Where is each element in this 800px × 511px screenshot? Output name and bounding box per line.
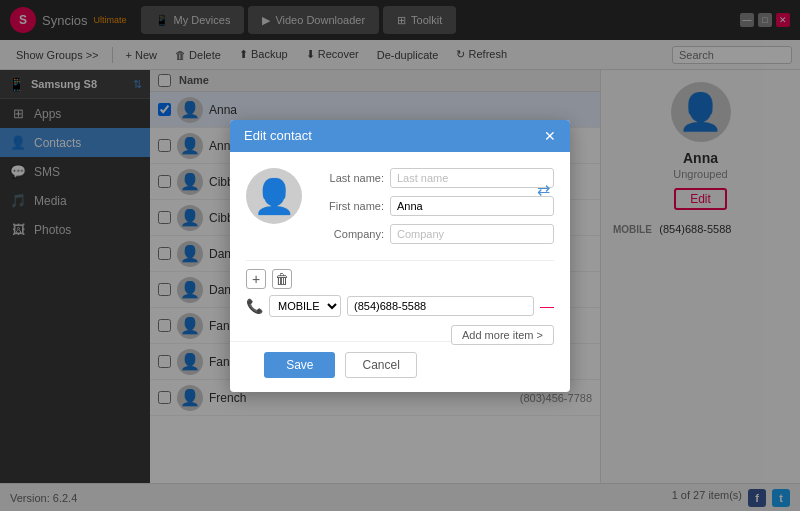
phone-number-input[interactable] <box>347 296 534 316</box>
company-label: Company: <box>314 228 384 240</box>
first-name-label: First name: <box>314 200 384 212</box>
edit-contact-modal: Edit contact ✕ 👤 ⇄ Last name: First name… <box>230 120 570 392</box>
last-name-input[interactable] <box>390 168 554 188</box>
add-field-button[interactable]: + <box>246 269 266 289</box>
modal-header: Edit contact ✕ <box>230 120 570 152</box>
modal-avatar-row: 👤 ⇄ Last name: First name: Company: <box>246 168 554 252</box>
modal-overlay: Edit contact ✕ 👤 ⇄ Last name: First name… <box>0 0 800 511</box>
cancel-button[interactable]: Cancel <box>345 352 416 378</box>
modal-title: Edit contact <box>244 128 312 143</box>
modal-body: 👤 ⇄ Last name: First name: Company: <box>230 152 570 341</box>
phone-icon: 📞 <box>246 298 263 314</box>
add-more-button[interactable]: Add more item > <box>451 325 554 345</box>
modal-divider <box>246 260 554 261</box>
phone-controls: + 🗑 <box>246 269 554 289</box>
phone-row: 📞 MOBILE HOME WORK OTHER — <box>246 295 554 317</box>
modal-footer: Save Cancel <box>230 341 451 392</box>
remove-phone-button[interactable]: — <box>540 298 554 314</box>
company-row: Company: <box>314 224 554 244</box>
phone-type-select[interactable]: MOBILE HOME WORK OTHER <box>269 295 341 317</box>
modal-fields: Last name: First name: Company: <box>314 168 554 252</box>
delete-field-button[interactable]: 🗑 <box>272 269 292 289</box>
modal-avatar: 👤 <box>246 168 302 224</box>
modal-close-button[interactable]: ✕ <box>544 128 556 144</box>
save-button[interactable]: Save <box>264 352 335 378</box>
first-name-input[interactable] <box>390 196 554 216</box>
company-input[interactable] <box>390 224 554 244</box>
transfer-arrow: ⇄ <box>537 180 550 199</box>
first-name-row: First name: <box>314 196 554 216</box>
last-name-label: Last name: <box>314 172 384 184</box>
last-name-row: Last name: <box>314 168 554 188</box>
